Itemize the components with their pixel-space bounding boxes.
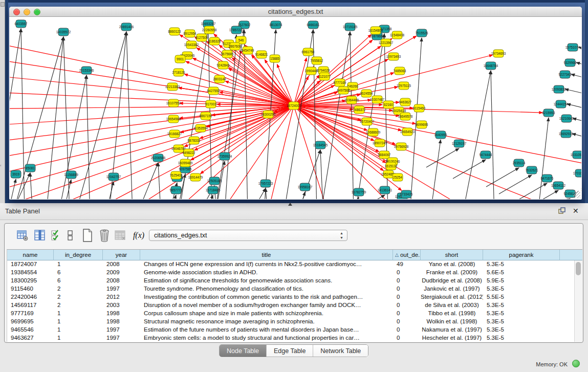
network-graph[interactable]: 1872400764035571403557220691406106532871… xyxy=(10,17,581,199)
column-select-icon[interactable] xyxy=(33,228,47,243)
rail-handle[interactable] xyxy=(1,2,5,7)
row-select-icon[interactable] xyxy=(51,228,62,243)
column-header-year[interactable]: year xyxy=(103,250,140,260)
table-cell: 0 xyxy=(393,310,421,318)
graph-node-label: 10543382 xyxy=(184,43,199,47)
table-settings-icon[interactable] xyxy=(16,228,29,243)
graph-node-label: 19734693 xyxy=(491,52,506,55)
dropdown-stepper-icon: ▲▼ xyxy=(340,231,343,240)
table-row[interactable]: 969969511998Structural magnetic resonanc… xyxy=(7,318,582,326)
graph-node-label: 10654112 xyxy=(551,184,565,187)
splitter-handle[interactable] xyxy=(288,203,292,206)
desktop-edge xyxy=(5,0,8,203)
merge-rows-icon[interactable] xyxy=(66,228,74,243)
table-panel-titlebar: Table Panel ✕ xyxy=(0,203,588,220)
collapsed-control-panel-rail[interactable]: ‹ xyxy=(0,0,5,203)
table-cell: 0 xyxy=(393,277,421,285)
resize-grip[interactable] xyxy=(573,191,580,198)
table-cell: 14569117 xyxy=(7,301,54,310)
graph-node-label: 10973493 xyxy=(386,55,401,58)
table-cell: 2012 xyxy=(103,293,140,301)
table-row[interactable]: 1872400712008Changes of HCN gene express… xyxy=(7,260,582,269)
graph-node-label: 746266 xyxy=(347,84,358,88)
column-header-name[interactable]: name xyxy=(7,250,54,260)
float-window-icon[interactable] xyxy=(558,207,565,214)
column-header-label: name xyxy=(23,252,38,258)
graph-node-label: 15718485 xyxy=(206,188,221,192)
graph-edge xyxy=(10,106,294,145)
tab-node-table[interactable]: Node Table xyxy=(220,345,267,357)
graph-node-label: 1990448 xyxy=(305,69,318,73)
scrollbar-thumb[interactable] xyxy=(576,262,581,275)
table-cell: Changes of HCN gene expression and I(f) … xyxy=(140,260,393,269)
tab-network-table[interactable]: Network Table xyxy=(313,345,368,357)
graph-node-label: 7486372 xyxy=(353,108,366,112)
graph-edge xyxy=(294,106,581,200)
graph-node-label: 20691406 xyxy=(119,25,134,29)
graph-edge xyxy=(123,163,158,199)
graph-edge xyxy=(514,183,547,199)
tab-edge-table[interactable]: Edge Table xyxy=(267,345,313,357)
graph-edge xyxy=(535,118,549,199)
table-row[interactable]: 977716911998Corpus callosum shape and si… xyxy=(7,310,582,318)
table-cell: 5.3E-5 xyxy=(483,326,560,334)
memory-status-icon[interactable] xyxy=(572,360,580,367)
graph-node-label: 7632621 xyxy=(526,168,538,172)
graph-edge xyxy=(499,175,532,194)
table-body: 1872400712008Changes of HCN gene express… xyxy=(7,260,582,342)
graph-node-label: 16099489 xyxy=(178,161,193,165)
column-header-in-degree[interactable]: in_degree xyxy=(54,250,103,260)
graph-node-label: 6497568 xyxy=(337,89,350,92)
table-cell: 9465546 xyxy=(7,326,54,334)
network-canvas[interactable]: 1872400764035571403557220691406106532871… xyxy=(10,17,581,199)
table-cell: 0 xyxy=(393,285,421,293)
delete-column-icon[interactable] xyxy=(98,228,111,243)
table-cell: 0 xyxy=(393,301,421,310)
graph-node-label: 6466161 xyxy=(307,23,320,27)
graph-edge xyxy=(576,62,581,76)
function-builder-icon[interactable]: f(x) xyxy=(131,228,146,243)
graph-node-label: 14035572 xyxy=(56,30,71,34)
close-panel-icon[interactable]: ✕ xyxy=(573,207,580,215)
vertical-scrollbar[interactable] xyxy=(574,260,582,342)
rail-expand-icon[interactable]: ‹ xyxy=(0,164,1,167)
graph-node-label: 8454749 xyxy=(242,49,254,52)
table-cell: 1 xyxy=(54,334,103,342)
window-titlebar[interactable]: citations_edges.txt xyxy=(9,7,582,17)
table-row[interactable]: 1938455462009Genome-wide association stu… xyxy=(7,269,582,277)
table-row[interactable]: 911546021997Tourette syndrome. Phenomeno… xyxy=(7,285,582,293)
graph-node-label: 9777169 xyxy=(334,81,346,84)
column-header-pagerank[interactable]: pagerank xyxy=(483,250,560,260)
graph-node-label: 19756928 xyxy=(394,145,409,148)
graph-node-label: 9884067 xyxy=(378,153,391,157)
table-row[interactable]: 1830029562008Estimation of significance … xyxy=(7,277,582,285)
table-type-tabs: Node Table Edge Table Network Table xyxy=(219,344,368,357)
graph-node-label: 8878332 xyxy=(188,139,201,142)
graph-node-label: 9857771 xyxy=(170,188,183,192)
new-column-icon[interactable] xyxy=(81,228,94,243)
table-row[interactable]: 946362711997Embryonic stem cells: a mode… xyxy=(7,334,582,342)
column-header-short[interactable]: short xyxy=(421,250,483,260)
table-row[interactable]: 2242004622012Investigating the contribut… xyxy=(7,293,582,301)
table-selector-dropdown[interactable]: citations_edges.txt ▲▼ xyxy=(149,230,347,241)
table-cell: 9463627 xyxy=(7,334,54,342)
table-row[interactable]: 1456911722003Disruption of a novel membe… xyxy=(7,301,582,310)
table-cell: 1998 xyxy=(103,310,140,318)
column-header-out-de-[interactable]: △out_de... xyxy=(393,250,421,260)
table-row[interactable]: 946554611997Estimation of the future num… xyxy=(7,326,582,334)
table-cell: 18300295 xyxy=(7,277,54,285)
table-cell: 1998 xyxy=(103,318,140,326)
column-header-title[interactable]: title xyxy=(140,250,393,260)
table-cell: 0 xyxy=(393,269,421,277)
graph-node-label: 16210643 xyxy=(559,117,574,120)
graph-node-label: 9699695 xyxy=(416,123,428,126)
graph-node-label: 10653287 xyxy=(201,22,216,26)
network-view-window[interactable]: citations_edges.txt 18724007640355714035… xyxy=(9,7,582,200)
table-cell: 0 xyxy=(393,334,421,342)
table-cell: 1 xyxy=(54,318,103,326)
graph-node-label: 11675335 xyxy=(581,188,581,191)
table-cell: 49 xyxy=(393,260,421,269)
table-cell: Investigating the contribution of common… xyxy=(140,293,393,301)
graph-node-label: 6961758 xyxy=(302,50,315,54)
attribute-table: namein_degreeyeartitle△out_de...shortpag… xyxy=(7,249,582,342)
